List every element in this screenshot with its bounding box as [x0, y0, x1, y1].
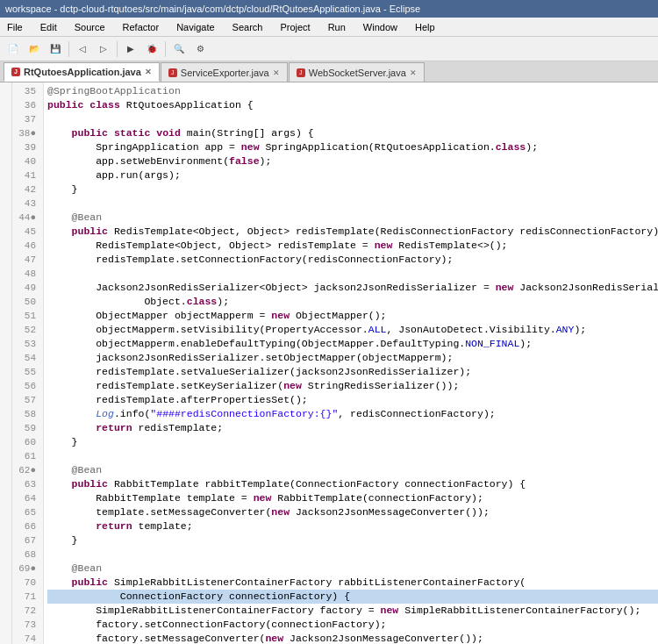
menu-run[interactable]: Run — [325, 21, 349, 33]
menu-source[interactable]: Source — [71, 21, 109, 33]
code-line-57: redisTemplate.afterPropertiesSet(); — [47, 393, 658, 407]
menu-navigate[interactable]: Navigate — [173, 21, 218, 33]
toolbar-back[interactable]: ◁ — [73, 39, 92, 59]
code-line-42: } — [47, 182, 658, 197]
code-line-64: RabbitTemplate template = new RabbitTemp… — [47, 491, 658, 505]
menu-search[interactable]: Search — [229, 21, 267, 33]
ln-57: 57 — [12, 393, 39, 407]
editor: 35 36 37 38● 39 40 41 42 43 44● 45 46 47… — [0, 82, 658, 644]
toolbar: 📄 📂 💾 ◁ ▷ ▶ 🐞 🔍 ⚙ — [0, 37, 658, 61]
code-line-58: Log.info("####redisConnectionFactory:{}"… — [47, 407, 658, 421]
ln-67: 67 — [12, 533, 39, 547]
ln-69: 69● — [12, 562, 39, 576]
ln-37: 37 — [12, 112, 39, 126]
ln-35: 35 — [12, 84, 39, 98]
ln-60: 60 — [12, 435, 39, 449]
tab-rtqutoes[interactable]: J RtQutoesApplication.java ✕ — [4, 62, 160, 82]
code-line-44: @Bean — [47, 211, 658, 225]
code-line-43 — [47, 197, 658, 211]
ln-59: 59 — [12, 421, 39, 435]
tab-websocketserver[interactable]: J WebSocketServer.java ✕ — [289, 62, 425, 82]
tab-serviceexporter[interactable]: J ServiceExporter.java ✕ — [161, 62, 288, 82]
ln-36: 36 — [12, 98, 39, 112]
menu-file[interactable]: File — [4, 21, 26, 33]
toolbar-sep2 — [117, 41, 118, 57]
code-line-37 — [47, 112, 658, 126]
title-text: workspace - dctp-cloud-rtqutoes/src/main… — [5, 4, 420, 14]
ln-71: 71 — [12, 590, 39, 604]
toolbar-new[interactable]: 📄 — [4, 39, 23, 59]
toolbar-run[interactable]: ▶ — [121, 39, 140, 59]
code-line-60: } — [47, 435, 658, 449]
toolbar-search[interactable]: 🔍 — [169, 39, 189, 59]
gutter-icons — [0, 82, 12, 644]
ln-43: 43 — [12, 197, 39, 211]
menu-project[interactable]: Project — [276, 21, 313, 33]
code-line-63: public RabbitTemplate rabbitTemplate(Con… — [47, 477, 658, 491]
ln-53: 53 — [12, 337, 39, 351]
code-line-39: SpringApplication app = new SpringApplic… — [47, 140, 658, 154]
toolbar-sep1 — [68, 41, 69, 57]
code-line-50: Object.class); — [47, 295, 658, 309]
tab-label-2: ServiceExporter.java — [181, 68, 269, 78]
menu-refactor[interactable]: Refactor — [119, 21, 163, 33]
code-line-54: jackson2JsonRedisSerializer.setObjectMap… — [47, 351, 658, 365]
ln-54: 54 — [12, 351, 39, 365]
menu-edit[interactable]: Edit — [37, 21, 61, 33]
tab-label-3: WebSocketServer.java — [309, 68, 406, 78]
code-line-56: redisTemplate.setKeySerializer(new Strin… — [47, 379, 658, 393]
code-line-59: return redisTemplate; — [47, 421, 658, 435]
ln-73: 73 — [12, 618, 39, 632]
code-line-65: template.setMessageConverter(new Jackson… — [47, 505, 658, 519]
code-line-47: redisTemplate.setConnectionFactory(redis… — [47, 253, 658, 267]
ln-72: 72 — [12, 604, 39, 618]
ln-47: 47 — [12, 253, 39, 267]
toolbar-forward[interactable]: ▷ — [94, 39, 113, 59]
code-line-49: Jackson2JsonRedisSerializer<Object> jack… — [47, 281, 658, 295]
ln-49: 49 — [12, 281, 39, 295]
code-line-55: redisTemplate.setValueSerializer(jackson… — [47, 365, 658, 379]
ln-61: 61 — [12, 449, 39, 463]
tab-close-3[interactable]: ✕ — [410, 68, 417, 77]
ln-64: 64 — [12, 491, 39, 505]
ln-42: 42 — [12, 182, 39, 197]
ln-44: 44● — [12, 211, 39, 225]
ln-62: 62● — [12, 463, 39, 477]
ln-70: 70 — [12, 576, 39, 590]
menu-help[interactable]: Help — [411, 21, 439, 33]
code-line-62: @Bean — [47, 463, 658, 477]
code-line-46: RedisTemplate<Object, Object> redisTempl… — [47, 239, 658, 253]
menu-bar: File Edit Source Refactor Navigate Searc… — [0, 18, 658, 37]
ln-51: 51 — [12, 309, 39, 323]
ln-52: 52 — [12, 323, 39, 337]
code-line-70: public SimpleRabbitListenerContainerFact… — [47, 576, 658, 590]
code-line-36: public class RtQutoesApplication { — [47, 98, 658, 112]
code-line-38: public static void main(String[] args) { — [47, 126, 658, 140]
code-line-74: factory.setMessageConverter(new Jackson2… — [47, 632, 658, 644]
code-line-53: objectMapperm.enableDefaultTyping(Object… — [47, 337, 658, 351]
toolbar-open[interactable]: 📂 — [25, 39, 44, 59]
ln-41: 41 — [12, 168, 39, 182]
ln-50: 50 — [12, 295, 39, 309]
tab-java-icon-3: J — [297, 68, 305, 77]
ln-58: 58 — [12, 407, 39, 421]
ln-48: 48 — [12, 267, 39, 281]
toolbar-settings[interactable]: ⚙ — [190, 39, 210, 59]
toolbar-debug[interactable]: 🐞 — [142, 39, 161, 59]
toolbar-save[interactable]: 💾 — [46, 39, 65, 59]
ln-66: 66 — [12, 519, 39, 533]
tab-close-2[interactable]: ✕ — [273, 68, 280, 77]
ln-56: 56 — [12, 379, 39, 393]
code-line-61 — [47, 449, 658, 463]
toolbar-sep3 — [165, 41, 166, 57]
code-area[interactable]: @SpringBootApplication public class RtQu… — [44, 82, 658, 644]
tab-close-1[interactable]: ✕ — [145, 68, 152, 76]
code-line-52: objectMapperm.setVisibility(PropertyAcce… — [47, 323, 658, 337]
menu-window[interactable]: Window — [360, 21, 401, 33]
code-line-68 — [47, 547, 658, 562]
ln-39: 39 — [12, 140, 39, 154]
code-line-45: public RedisTemplate<Object, Object> red… — [47, 225, 658, 239]
ln-38: 38● — [12, 126, 39, 140]
ln-55: 55 — [12, 365, 39, 379]
tab-java-icon-2: J — [168, 68, 177, 77]
